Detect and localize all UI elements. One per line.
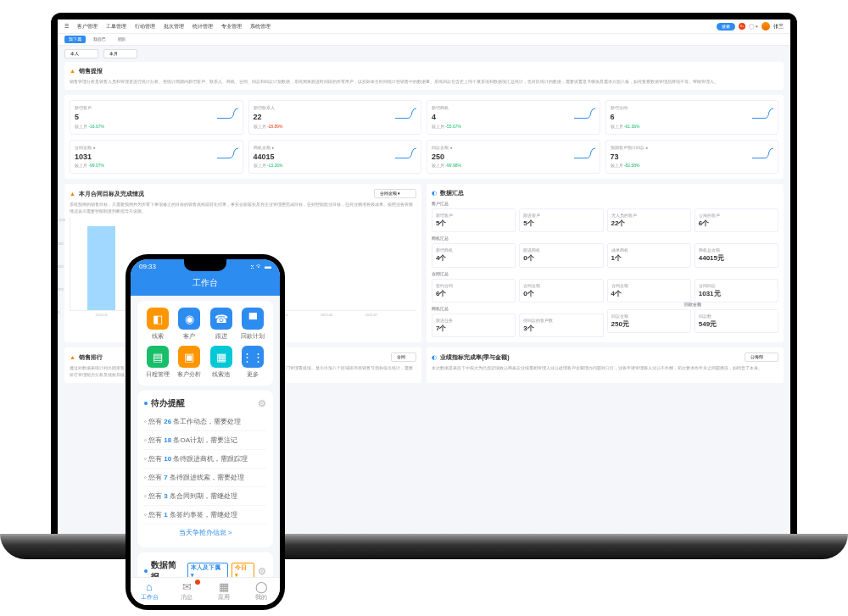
todo-item[interactable]: ◦ 您有 1 条签约事签，需继处理: [144, 506, 266, 524]
app-label: 回款计划: [240, 332, 267, 341]
app-item[interactable]: ▤日程管理: [144, 346, 171, 379]
nav-item[interactable]: 行动管理: [135, 23, 155, 30]
brief-subtitle: 销售管理分析是销售人员和管理者进行统计分析。在统计周期内新增客户、联系人、商机、…: [70, 79, 778, 86]
summary-cell: 合同金额4个: [607, 279, 691, 302]
nav-item[interactable]: 客户管理: [77, 23, 98, 30]
todo-item[interactable]: ◦ 您有 18 条OA计划，需要注记: [144, 431, 266, 450]
sparkline: [752, 108, 773, 120]
tab-label: 我的: [243, 593, 280, 602]
gear-icon[interactable]: ⚙: [258, 398, 266, 409]
tabbar-item[interactable]: ⌂工作台: [131, 581, 168, 602]
nav-item[interactable]: 专业管理: [221, 23, 242, 30]
app-icon: ▀: [242, 308, 264, 330]
menu-icon[interactable]: ☰: [64, 23, 69, 30]
kpi-card: 回款金额 ● 250 较上月 -99.98%: [427, 140, 600, 175]
app-label: 线索池: [208, 370, 235, 379]
tab-icon: ▦: [205, 581, 243, 592]
kpi-value: 5: [75, 112, 238, 123]
tab-subordinate[interactable]: 我下属: [64, 36, 86, 43]
app-icon: ▣: [178, 346, 200, 368]
app-item[interactable]: ▀回款计划: [240, 308, 267, 341]
target-subtitle: 系统预测的销售目标，只需要预测并为所有下事项修正的目标的销售底线或转化结果，事实…: [70, 202, 416, 214]
app-item[interactable]: ◉客户: [176, 308, 204, 341]
app-label: 客户分析: [176, 370, 204, 379]
top-nav: ☰ 客户管理 工单管理 行动管理 批次管理 统计管理 专业管理 系统管理 搜索 …: [58, 19, 790, 34]
section-label: 客户汇总: [432, 201, 778, 207]
sparkline: [395, 147, 416, 160]
help-icon[interactable]: ◯●: [749, 23, 758, 30]
period-select[interactable]: 本月: [103, 49, 137, 58]
app-item[interactable]: ☎跟进: [208, 308, 235, 341]
summary-cell: 签约合同6个: [432, 279, 516, 302]
tab-self[interactable]: 我自己: [89, 36, 110, 43]
avatar[interactable]: [762, 22, 770, 31]
kpi-value: 6: [611, 112, 774, 123]
kpi-card: 新增联系人 22 较上月 -18.89%: [248, 100, 422, 135]
phone-screen: 09:33⁙ ᯤ ▬ 工作台 ◧线索◉客户☎跟进▀回款计划▤日程管理▣客户分析▦…: [131, 259, 280, 605]
app-item[interactable]: ⋮⋮更多: [240, 346, 267, 379]
target-title: 本月合同目标及完成情况: [79, 190, 144, 198]
app-item[interactable]: ▣客户分析: [176, 346, 204, 379]
nav-item[interactable]: 工单管理: [106, 23, 126, 30]
tabbar-item[interactable]: ▦应用: [205, 581, 243, 602]
app-icon: ⋮⋮: [242, 346, 264, 368]
app-icon: ▦: [210, 346, 232, 368]
kpi-card: 新增客户 5 较上月 -16.67%: [70, 100, 243, 135]
target-filter[interactable]: 合同金额 ▾: [374, 189, 416, 198]
app-label: 更多: [240, 370, 267, 379]
tabbar-item[interactable]: ◯我的: [243, 581, 280, 602]
kpi-label: 新增合同: [611, 105, 774, 111]
dot-icon: ◐: [432, 353, 437, 362]
notification-badge[interactable]: 9+: [739, 23, 745, 30]
kpi-diff: 较上月 -16.67%: [75, 124, 238, 130]
sparkline: [752, 147, 773, 160]
gear-icon[interactable]: ⚙: [258, 566, 266, 577]
fire-icon: ▲: [70, 67, 75, 75]
kpi-card: 商机金额 ● 44015 较上月 -13.26%: [248, 140, 422, 175]
section-label: 合同汇总: [432, 271, 778, 277]
summary-cell: 跟进任务7个: [432, 314, 516, 337]
view-tabs: 我下属 我自己 团队: [58, 34, 790, 46]
tab-icon: ⌂: [131, 581, 168, 592]
app-item[interactable]: ◧线索: [144, 308, 171, 341]
person-select[interactable]: 本人: [64, 49, 98, 58]
signal-icon: ⁙ ᯤ ▬: [250, 263, 271, 270]
summary-cell: 成单商机1个: [607, 243, 691, 267]
summary-cell: 待回款的客户数3个: [519, 314, 603, 337]
tab-label: 工作台: [131, 593, 168, 602]
kpi-label: 回款金额 ●: [432, 145, 595, 151]
summary-cell: 合同金额0个: [519, 279, 603, 302]
tab-label: 应用: [205, 593, 243, 602]
kpi-diff: 较上月 -55.67%: [432, 124, 595, 130]
app-icon: ◧: [147, 308, 169, 330]
kpi-value: 1031: [75, 152, 238, 163]
todo-item[interactable]: ◦ 您有 3 条合同到期，需继处理: [144, 487, 266, 506]
summary-cell: 新增客户5个: [432, 208, 516, 232]
app-icon: ▤: [147, 346, 169, 368]
search-pill[interactable]: 搜索: [717, 23, 735, 31]
kpi-value: 250: [432, 152, 595, 163]
todo-item[interactable]: ◦ 您有 26 条工作动态，需要处理: [144, 413, 266, 431]
nav-item[interactable]: 统计管理: [192, 23, 213, 30]
fire-icon: ▲: [70, 190, 75, 198]
tab-team[interactable]: 团队: [114, 36, 131, 43]
todo-item[interactable]: ◦ 您有 7 条待跟进线索，需要处理: [144, 469, 266, 487]
kpi-label: 合同金额 ●: [75, 145, 238, 151]
more-link[interactable]: 当天争抢办信息 >: [144, 524, 266, 541]
funnel-filter[interactable]: 公海部: [745, 352, 778, 362]
summary-cell: 跟进商机0个: [519, 243, 603, 267]
kpi-value: 73: [611, 152, 774, 163]
funnel-title: 业绩指标完成率(季与金额): [440, 353, 510, 362]
summary-title: 数据汇总: [440, 189, 464, 197]
app-item[interactable]: ▦线索池: [208, 346, 235, 379]
phone-frame: 09:33⁙ ᯤ ▬ 工作台 ◧线索◉客户☎跟进▀回款计划▤日程管理▣客户分析▦…: [126, 254, 285, 610]
todo-item[interactable]: ◦ 您有 10 条待跟进商机，需跟踪理: [144, 450, 266, 469]
kpi-label: 预期客户预计回款 ●: [611, 145, 774, 151]
nav-item[interactable]: 批次管理: [164, 23, 184, 30]
tabbar-item[interactable]: ✉消息: [168, 581, 205, 602]
nav-item[interactable]: 系统管理: [250, 23, 271, 30]
kpi-value: 44015: [254, 152, 417, 163]
brief-title: 销售提报: [79, 67, 103, 75]
rank-filter[interactable]: 合同: [391, 352, 416, 362]
kpi-diff: 较上月 -82.58%: [611, 163, 774, 169]
